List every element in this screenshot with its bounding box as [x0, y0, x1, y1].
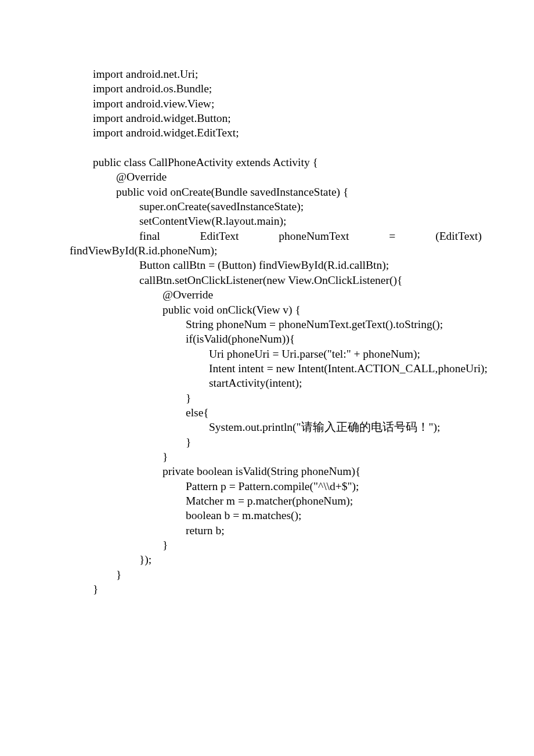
code-line: final EditText phoneNumText = (EditText)	[70, 229, 482, 243]
code-line: public void onCreate(Bundle savedInstanc…	[70, 185, 482, 199]
code-line: super.onCreate(savedInstanceState);	[70, 199, 482, 214]
code-line: public void onClick(View v) {	[70, 303, 482, 317]
code-line: String phoneNum = phoneNumText.getText()…	[70, 317, 482, 332]
code-line: return b;	[70, 523, 482, 538]
code-line: startActivity(intent);	[70, 376, 482, 390]
code-line: }	[70, 391, 482, 405]
code-line: Intent intent = new Intent(Intent.ACTION…	[70, 361, 482, 376]
code-line: Uri phoneUri = Uri.parse("tel:" + phoneN…	[70, 347, 482, 361]
code-line: System.out.println("请输入正确的电话号码！");	[70, 420, 482, 434]
code-line: Button callBtn = (Button) findViewById(R…	[70, 258, 482, 272]
code-line: public class CallPhoneActivity extends A…	[70, 155, 482, 170]
code-line	[70, 141, 482, 155]
code-line: boolean b = m.matches();	[70, 508, 482, 523]
code-line: import android.widget.EditText;	[70, 125, 482, 140]
code-line: findViewById(R.id.phoneNum);	[70, 243, 482, 258]
code-line: });	[70, 552, 482, 567]
code-line: Pattern p = Pattern.compile("^\\d+$");	[70, 479, 482, 494]
code-line: }	[70, 567, 482, 582]
code-line: import android.view.View;	[70, 96, 482, 111]
code-line: if(isValid(phoneNum)){	[70, 332, 482, 346]
code-line: import android.widget.Button;	[70, 111, 482, 125]
code-listing: import android.net.Uri;import android.os…	[70, 67, 482, 596]
code-line: else{	[70, 405, 482, 420]
code-line: @Override	[70, 170, 482, 184]
code-line: }	[70, 538, 482, 552]
code-line: import android.net.Uri;	[70, 67, 482, 81]
code-line: private boolean isValid(String phoneNum)…	[70, 464, 482, 478]
code-line: Matcher m = p.matcher(phoneNum);	[70, 494, 482, 508]
code-line: setContentView(R.layout.main);	[70, 214, 482, 228]
code-line: }	[70, 449, 482, 464]
document-page: import android.net.Uri;import android.os…	[0, 0, 534, 756]
code-line: }	[70, 435, 482, 449]
code-line: callBtn.setOnClickListener(new View.OnCl…	[70, 273, 482, 287]
code-line: @Override	[70, 287, 482, 302]
code-line: import android.os.Bundle;	[70, 81, 482, 96]
code-line: }	[70, 582, 482, 596]
